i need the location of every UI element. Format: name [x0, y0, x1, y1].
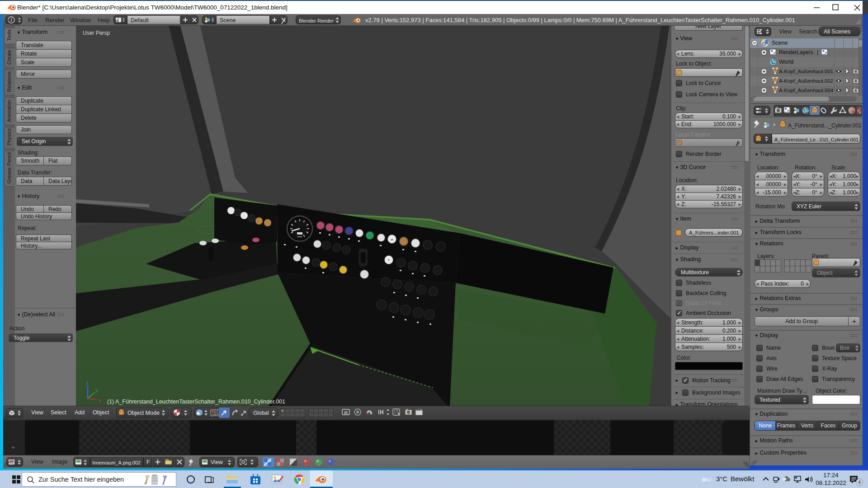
- svg-text:RenderLayers: RenderLayers: [779, 49, 813, 56]
- svg-text:(1) A_Führerstand_LeuchtenTast: (1) A_Führerstand_LeuchtenTasterSchalter…: [107, 399, 285, 405]
- svg-text:i: i: [11, 18, 12, 23]
- svg-text:A-Kopf_Außenhaut.002: A-Kopf_Außenhaut.002: [779, 78, 833, 84]
- svg-text:z: z: [86, 380, 89, 385]
- svg-text:Scene: Scene: [772, 40, 788, 46]
- svg-text:A-Kopf_Außenhaut.004: A-Kopf_Außenhaut.004: [779, 88, 834, 93]
- svg-text:x: x: [99, 398, 101, 403]
- svg-text:View: View: [211, 459, 223, 465]
- svg-text:Object Mode: Object Mode: [127, 410, 160, 416]
- svg-text:y: y: [95, 387, 98, 393]
- svg-text:T: T: [388, 258, 390, 263]
- svg-text:World: World: [779, 59, 793, 65]
- svg-text:A-Kopf_Außenhaut.001: A-Kopf_Außenhaut.001: [779, 69, 833, 74]
- svg-text:User Persp: User Persp: [83, 30, 110, 36]
- svg-text:4: 4: [858, 479, 861, 485]
- svg-text:H: H: [391, 238, 393, 242]
- svg-text:|: |: [817, 49, 818, 56]
